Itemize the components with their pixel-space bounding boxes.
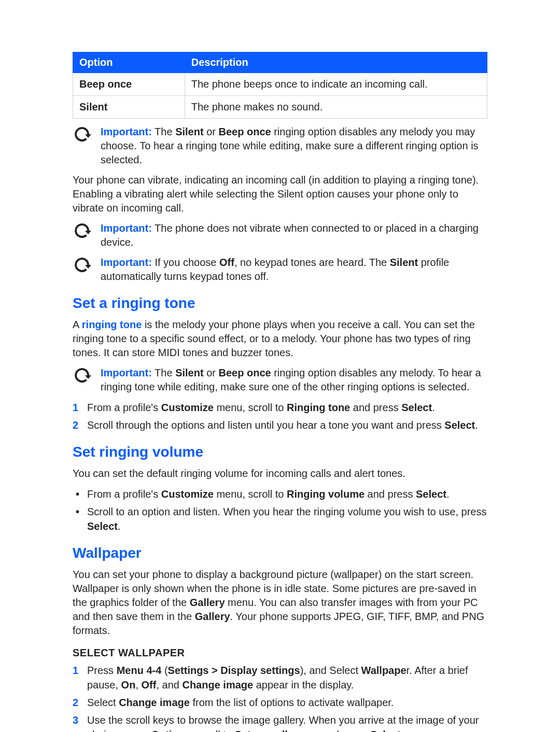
list-item: Use the scroll keys to browse the image … [73, 713, 487, 732]
th-option: Option [73, 52, 185, 73]
important-note: Important: The Silent or Beep once ringi… [73, 366, 487, 394]
volume-intro: You can set the default ringing volume f… [73, 467, 487, 481]
list-item: From a profile's Customize menu, scroll … [73, 487, 487, 501]
options-table: Option Description Beep once The phone b… [73, 52, 487, 119]
cell-option: Beep once [73, 73, 185, 96]
important-label: Important: [101, 126, 152, 137]
important-label: Important: [101, 367, 152, 378]
wallpaper-intro: You can set your phone to display a back… [73, 568, 487, 638]
list-item: Scroll through the options and listen un… [73, 418, 487, 432]
th-description: Description [185, 52, 487, 73]
table-row: Beep once The phone beeps once to indica… [73, 73, 487, 96]
table-row: Silent The phone makes no sound. [73, 96, 487, 119]
cell-option: Silent [73, 96, 185, 119]
cell-description: The phone makes no sound. [185, 96, 487, 119]
note-arrow-icon [73, 256, 101, 274]
note-arrow-icon [73, 221, 101, 240]
list-item: From a profile's Customize menu, scroll … [73, 400, 487, 415]
volume-bullets: From a profile's Customize menu, scroll … [73, 487, 487, 533]
subheading-select-wallpaper: SELECT WALLPAPER [73, 647, 487, 659]
important-note: Important: If you choose Off, no keypad … [73, 256, 487, 284]
vibrate-paragraph: Your phone can vibrate, indicating an in… [73, 173, 487, 215]
list-item: Scroll to an option and listen. When you… [73, 504, 487, 533]
important-label: Important: [101, 222, 152, 234]
wallpaper-steps: Press Menu 4-4 (Settings > Display setti… [73, 663, 487, 732]
cell-description: The phone beeps once to indicate an inco… [185, 73, 487, 96]
list-item: Press Menu 4-4 (Settings > Display setti… [73, 663, 487, 692]
important-label: Important: [101, 257, 152, 268]
note-arrow-icon [73, 366, 101, 385]
heading-ringing-volume: Set ringing volume [73, 444, 487, 460]
heading-wallpaper: Wallpaper [73, 545, 487, 561]
important-note: Important: The phone does not vibrate wh… [73, 221, 487, 249]
note-arrow-icon [73, 125, 101, 144]
important-note: Important: The Silent or Beep once ringi… [73, 125, 487, 167]
heading-ringing-tone: Set a ringing tone [73, 295, 487, 312]
ringtone-intro: A ringing tone is the melody your phone … [73, 318, 487, 360]
ringtone-steps: From a profile's Customize menu, scroll … [73, 400, 487, 432]
manual-page: Option Description Beep once The phone b… [0, 0, 560, 732]
list-item: Select Change image from the list of opt… [73, 695, 487, 710]
